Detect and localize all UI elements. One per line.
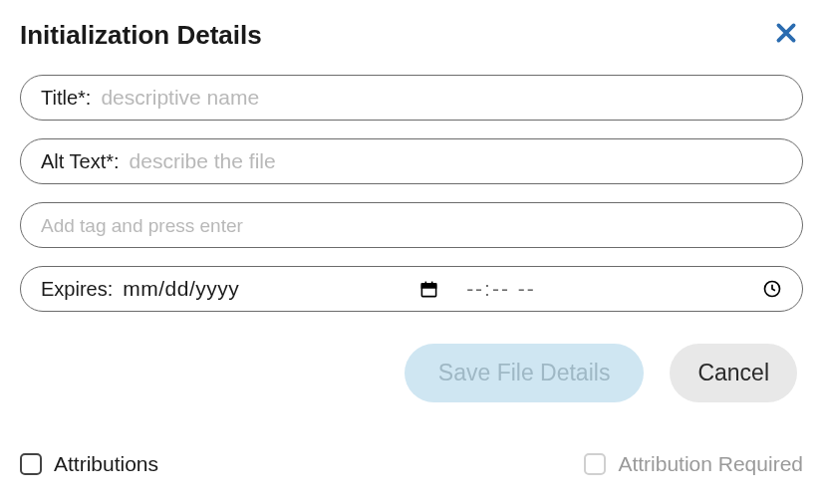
tag-input[interactable]: [41, 213, 782, 237]
alt-text-field-row: Alt Text*:: [20, 138, 803, 184]
svg-rect-1: [422, 283, 436, 287]
expires-label: Expires:: [41, 278, 113, 301]
close-button[interactable]: [769, 20, 803, 51]
title-input[interactable]: [101, 86, 782, 110]
dialog-header: Initialization Details: [20, 20, 803, 51]
attribution-required-label: Attribution Required: [618, 452, 803, 476]
alt-text-label: Alt Text*:: [41, 150, 120, 173]
close-icon: [773, 21, 799, 52]
time-segment: --:-- --: [448, 277, 782, 301]
date-segment: mm/dd/yyyy: [123, 277, 438, 301]
attribution-required-checkbox: [584, 453, 606, 475]
title-label: Title*:: [41, 87, 91, 110]
footer-row: Attributions Attribution Required: [20, 452, 803, 476]
date-input[interactable]: mm/dd/yyyy: [123, 277, 239, 301]
time-input[interactable]: --:-- --: [466, 277, 536, 301]
attributions-checkbox[interactable]: [20, 453, 42, 475]
alt-text-input[interactable]: [130, 149, 782, 173]
button-row: Save File Details Cancel: [20, 344, 803, 402]
title-field-row: Title*:: [20, 75, 803, 121]
tag-field-row: [20, 202, 803, 248]
clock-icon[interactable]: [762, 279, 782, 299]
save-button[interactable]: Save File Details: [405, 344, 645, 402]
attribution-required-group: Attribution Required: [584, 452, 803, 476]
dialog-title: Initialization Details: [20, 20, 262, 51]
cancel-button[interactable]: Cancel: [670, 344, 797, 402]
attributions-group: Attributions: [20, 452, 158, 476]
expires-field-row: Expires: mm/dd/yyyy --:-- --: [20, 266, 803, 312]
attributions-label: Attributions: [54, 452, 158, 476]
calendar-icon[interactable]: [419, 280, 438, 299]
